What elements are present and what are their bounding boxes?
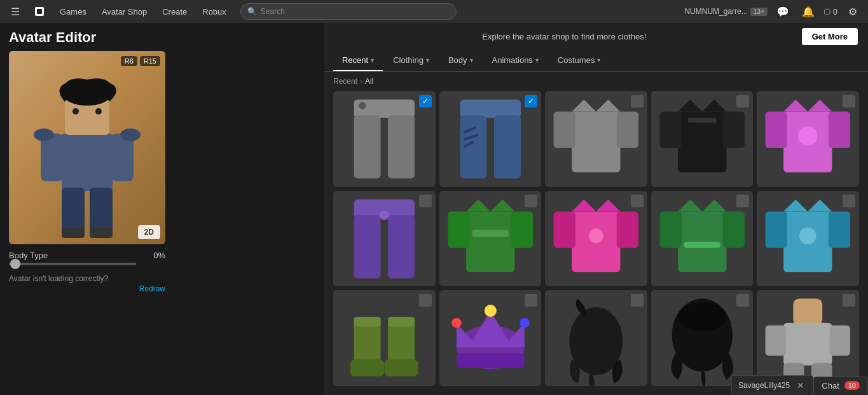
svg-rect-67 bbox=[354, 317, 381, 326]
nav-avatar-shop[interactable]: Avatar Shop bbox=[95, 0, 153, 23]
notifications-button[interactable]: 🔔 bbox=[798, 1, 818, 22]
item-card-12[interactable] bbox=[545, 290, 647, 386]
item-check-8 bbox=[736, 195, 749, 207]
svg-rect-21 bbox=[494, 115, 521, 178]
breadcrumb: Recent › All bbox=[324, 72, 868, 91]
item-card-2[interactable]: AJ Striker's Shirt bbox=[545, 91, 647, 187]
svg-rect-43 bbox=[466, 211, 514, 272]
chat-toggle-button[interactable]: Chat 10 bbox=[813, 377, 868, 394]
username-display: NUMNUM_garre... 13+ bbox=[684, 7, 767, 16]
svg-point-52 bbox=[589, 228, 603, 243]
slider-thumb[interactable] bbox=[10, 259, 20, 269]
chevron-down-icon: ▾ bbox=[597, 57, 600, 64]
chat-bar: SavageLilly425 ✕ Chat 10 bbox=[731, 375, 868, 395]
svg-rect-59 bbox=[766, 211, 787, 247]
svg-point-13 bbox=[34, 128, 54, 141]
svg-point-42 bbox=[380, 210, 389, 219]
get-more-button[interactable]: Get More bbox=[802, 28, 858, 45]
item-check-5 bbox=[419, 195, 432, 207]
item-check-4 bbox=[843, 95, 855, 107]
item-check-6 bbox=[525, 195, 537, 207]
item-card-11[interactable] bbox=[439, 290, 542, 386]
page-title: Avatar Editor bbox=[9, 29, 315, 46]
svg-rect-55 bbox=[723, 211, 745, 247]
svg-marker-28 bbox=[572, 100, 620, 112]
item-card-0[interactable]: AJ Striker's Pants bbox=[333, 91, 436, 187]
tab-costumes[interactable]: Costumes ▾ bbox=[549, 50, 610, 71]
item-card-8[interactable]: Wren Brightblade's bbox=[651, 191, 754, 287]
item-card-4[interactable]: Sparks Kilowatt's bbox=[757, 91, 859, 187]
r15-badge[interactable]: R15 bbox=[140, 56, 160, 66]
item-thumbnail-9 bbox=[757, 191, 859, 287]
search-bar[interactable]: 🔍 bbox=[240, 3, 457, 20]
chat-nav-button[interactable]: 💬 bbox=[773, 1, 793, 22]
item-card-9[interactable]: Fey Yoshida's Shirt bbox=[757, 191, 859, 287]
item-card-10[interactable] bbox=[333, 290, 436, 386]
breadcrumb-separator: › bbox=[360, 77, 362, 86]
svg-marker-61 bbox=[784, 199, 832, 211]
svg-rect-80 bbox=[766, 326, 786, 356]
breadcrumb-parent[interactable]: Recent bbox=[333, 77, 357, 86]
item-thumbnail-14 bbox=[757, 290, 859, 386]
settings-button[interactable]: ⚙ bbox=[843, 1, 863, 22]
body-type-label: Body Type bbox=[9, 251, 148, 260]
item-check-14 bbox=[843, 294, 855, 307]
chat-count-badge: 10 bbox=[844, 381, 860, 390]
nav-robux[interactable]: Robux bbox=[196, 0, 233, 23]
nav-games[interactable]: Games bbox=[53, 0, 93, 23]
avatar-badges: R6 R15 bbox=[121, 56, 160, 66]
tab-animations[interactable]: Animations ▾ bbox=[483, 50, 548, 71]
item-check-1 bbox=[525, 95, 537, 107]
chevron-down-icon: ▾ bbox=[535, 57, 539, 64]
notifications-icon: 🔔 bbox=[802, 6, 815, 18]
svg-rect-11 bbox=[62, 228, 85, 238]
svg-rect-65 bbox=[350, 359, 384, 377]
svg-point-9 bbox=[72, 108, 79, 114]
svg-rect-36 bbox=[829, 112, 850, 148]
svg-rect-19 bbox=[460, 100, 520, 118]
main-area: Avatar Editor R6 R15 bbox=[0, 23, 868, 395]
svg-rect-74 bbox=[456, 354, 524, 368]
chat-notification-close-button[interactable]: ✕ bbox=[795, 380, 806, 391]
item-card-7[interactable]: Sparks Kilowatt's bbox=[545, 191, 647, 287]
item-thumbnail-2 bbox=[545, 91, 647, 187]
svg-rect-2 bbox=[62, 134, 113, 191]
settings-icon: ⚙ bbox=[848, 6, 857, 18]
svg-rect-35 bbox=[766, 112, 787, 148]
svg-rect-57 bbox=[684, 242, 720, 248]
roblox-logo[interactable] bbox=[28, 0, 51, 23]
tab-body[interactable]: Body ▾ bbox=[439, 50, 482, 71]
item-card-5[interactable]: Fey Yoshida's Pants bbox=[333, 191, 436, 287]
svg-rect-30 bbox=[659, 112, 681, 148]
nav-create[interactable]: Create bbox=[156, 0, 193, 23]
avatar-section: R6 R15 bbox=[9, 51, 315, 293]
svg-rect-60 bbox=[829, 211, 850, 247]
svg-rect-45 bbox=[511, 211, 532, 247]
r6-badge[interactable]: R6 bbox=[121, 56, 137, 66]
item-card-14[interactable] bbox=[757, 290, 859, 386]
item-card-3[interactable]: ANTI - SLENDER bbox=[651, 91, 754, 187]
age-badge: 13+ bbox=[750, 8, 768, 16]
toggle-2d-button[interactable]: 2D bbox=[138, 225, 160, 239]
chevron-down-icon: ▾ bbox=[426, 57, 429, 64]
tab-clothing[interactable]: Clothing ▾ bbox=[384, 50, 438, 71]
redraw-link[interactable]: Redraw bbox=[9, 284, 165, 293]
svg-marker-37 bbox=[784, 100, 832, 112]
robux-display[interactable]: ⬡ 0 bbox=[823, 7, 837, 17]
svg-marker-32 bbox=[678, 100, 726, 112]
item-card-1[interactable]: 💥Ripped Black Jeans bbox=[439, 91, 542, 187]
item-check-10 bbox=[419, 294, 432, 307]
promo-bar: Explore the avatar shop to find more clo… bbox=[324, 23, 868, 50]
chat-notification[interactable]: SavageLilly425 ✕ bbox=[731, 375, 813, 395]
svg-rect-49 bbox=[554, 211, 575, 247]
item-check-2 bbox=[631, 95, 644, 107]
item-card-6[interactable]: Wren Brightblade's bbox=[439, 191, 542, 287]
search-input[interactable] bbox=[261, 7, 450, 16]
body-type-slider[interactable] bbox=[9, 263, 136, 265]
promo-text: Explore the avatar shop to find more clo… bbox=[334, 32, 794, 41]
hamburger-menu-button[interactable]: ☰ bbox=[5, 1, 25, 22]
item-thumbnail-3 bbox=[651, 91, 754, 187]
item-card-13[interactable] bbox=[651, 290, 754, 386]
tab-recent[interactable]: Recent ▾ bbox=[333, 50, 383, 71]
svg-point-62 bbox=[799, 227, 816, 244]
